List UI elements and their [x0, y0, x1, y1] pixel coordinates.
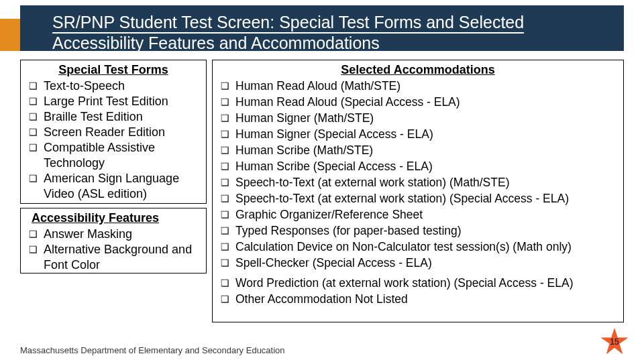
list-item: Screen Reader Edition	[28, 125, 199, 140]
list-item: Calculation Device on Non-Calculator tes…	[219, 239, 616, 255]
access-list: Answer MaskingAlternative Background and…	[28, 227, 199, 273]
panel-special-test-forms: Special Test Forms Text-to-SpeechLarge P…	[20, 60, 207, 204]
list-item: Answer Masking	[28, 227, 199, 242]
page-number: 15	[600, 327, 629, 357]
list-item: Braille Test Edition	[28, 109, 199, 125]
list-item: Alternative Background and Font Color	[28, 242, 199, 273]
list-item: Human Read Aloud (Special Access - ELA)	[219, 95, 616, 111]
panel-heading: Special Test Forms	[28, 63, 199, 77]
accom-list: Human Read Aloud (Math/STE)Human Read Al…	[219, 78, 616, 272]
list-item: Human Signer (Special Access - ELA)	[219, 127, 616, 143]
slide-title: SR/PNP Student Test Screen: Special Test…	[52, 12, 597, 54]
list-item: Other Accommodation Not Listed	[219, 292, 616, 308]
slide: SR/PNP Student Test Screen: Special Test…	[0, 0, 644, 362]
forms-list: Text-to-SpeechLarge Print Test EditionBr…	[28, 78, 199, 202]
title-band: SR/PNP Student Test Screen: Special Test…	[20, 5, 624, 51]
list-item: Human Signer (Math/STE)	[219, 111, 616, 127]
list-item: Word Prediction (at external work statio…	[219, 276, 616, 292]
list-item: Compatible Assistive Technology	[28, 140, 199, 171]
list-item: Spell-Checker (Special Access - ELA)	[219, 255, 616, 272]
list-item: Typed Responses (for paper-based testing…	[219, 223, 616, 239]
list-item: Human Read Aloud (Math/STE)	[219, 78, 616, 95]
footer-text: Massachusetts Department of Elementary a…	[20, 345, 285, 355]
list-item: Large Print Test Edition	[28, 94, 199, 109]
page-number-badge: 15	[600, 327, 629, 357]
panel-selected-accommodations: Selected Accommodations Human Read Aloud…	[212, 60, 624, 322]
panel-heading: Selected Accommodations	[219, 63, 616, 77]
accent-bar	[0, 19, 20, 51]
list-item: American Sign Language Video (ASL editio…	[28, 171, 199, 202]
list-item: Human Scribe (Special Access - ELA)	[219, 159, 616, 175]
list-item: Speech-to-Text (at external work station…	[219, 191, 616, 207]
accom-list-extra: Word Prediction (at external work statio…	[219, 276, 616, 308]
list-item: Speech-to-Text (at external work station…	[219, 175, 616, 191]
list-item: Text-to-Speech	[28, 78, 199, 94]
list-item: Human Scribe (Math/STE)	[219, 143, 616, 159]
panel-accessibility-features: Accessibility Features Answer MaskingAlt…	[20, 208, 207, 274]
panel-heading: Accessibility Features	[28, 211, 199, 225]
list-item: Graphic Organizer/Reference Sheet	[219, 207, 616, 223]
